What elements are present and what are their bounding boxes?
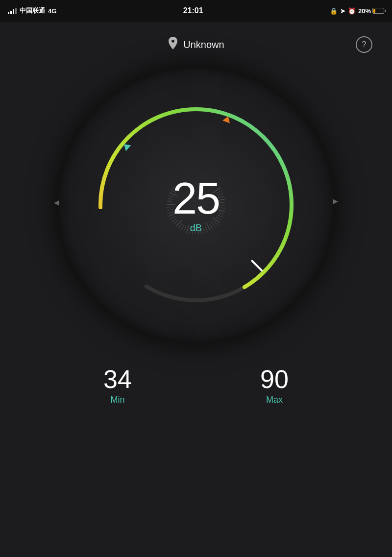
max-label: Max bbox=[266, 395, 283, 405]
location-active-icon: ➤ bbox=[340, 7, 345, 15]
gauge-circle: // This is static SVG content rendered b… bbox=[59, 68, 333, 342]
location-info: Unknown bbox=[36, 37, 356, 52]
network-label: 4G bbox=[48, 7, 56, 15]
signal-icon bbox=[8, 7, 17, 14]
location-header: Unknown ? bbox=[0, 22, 392, 63]
gauge-area: ◀ // This is static SVG content rendered… bbox=[59, 63, 333, 342]
battery-container: 20% bbox=[358, 7, 384, 15]
max-value: 90 bbox=[260, 366, 289, 392]
db-unit: dB bbox=[190, 222, 202, 234]
svg-line-37 bbox=[167, 201, 172, 202]
left-arrow-icon[interactable]: ◀ bbox=[54, 198, 59, 206]
battery-percent: 20% bbox=[358, 7, 371, 15]
status-left: 中国联通 4G bbox=[8, 6, 56, 15]
gauge-container: // This is static SVG content rendered b… bbox=[59, 68, 333, 342]
lock-icon: 🔒 bbox=[330, 7, 338, 15]
gauge-center: 25 dB bbox=[172, 176, 220, 234]
battery-icon bbox=[372, 8, 384, 14]
bottom-stats: 34 Min 90 Max bbox=[0, 342, 392, 420]
main-content: Unknown ? ◀ // This is static SVG conten… bbox=[0, 22, 392, 557]
min-value: 34 bbox=[103, 366, 132, 392]
status-right: 🔒 ➤ ⏰ 20% bbox=[330, 7, 384, 15]
status-bar: 中国联通 4G 21:01 🔒 ➤ ⏰ 20% bbox=[0, 0, 392, 22]
help-icon: ? bbox=[362, 40, 367, 49]
svg-line-5 bbox=[220, 202, 225, 203]
help-button[interactable]: ? bbox=[356, 36, 372, 53]
min-label: Min bbox=[110, 395, 124, 405]
time-display: 21:01 bbox=[183, 6, 203, 15]
carrier-label: 中国联通 bbox=[20, 6, 45, 15]
alarm-icon: ⏰ bbox=[348, 7, 356, 15]
location-pin-icon bbox=[168, 37, 178, 52]
right-arrow-icon[interactable]: ◀ bbox=[333, 198, 338, 206]
location-name: Unknown bbox=[183, 39, 224, 50]
svg-line-35 bbox=[167, 207, 172, 207]
svg-line-45 bbox=[252, 261, 262, 271]
db-value: 25 bbox=[172, 176, 220, 220]
svg-line-7 bbox=[220, 208, 225, 208]
max-stat: 90 Max bbox=[260, 366, 289, 405]
min-stat: 34 Min bbox=[103, 366, 132, 405]
